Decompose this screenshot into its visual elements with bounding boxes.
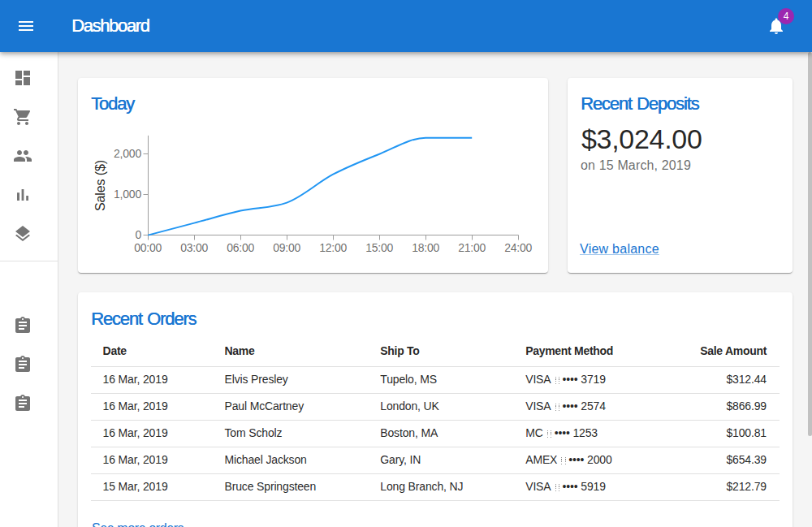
svg-text:2,000: 2,000 <box>114 147 141 160</box>
svg-text:0: 0 <box>135 228 141 241</box>
svg-text:18:00: 18:00 <box>412 241 439 254</box>
svg-text:00:00: 00:00 <box>134 241 162 254</box>
svg-text:03:00: 03:00 <box>180 241 208 254</box>
svg-text:21:00: 21:00 <box>458 241 486 254</box>
svg-text:09:00: 09:00 <box>273 241 300 254</box>
svg-text:1,000: 1,000 <box>114 188 141 201</box>
svg-text:12:00: 12:00 <box>319 241 347 254</box>
svg-text:Sales ($): Sales ($) <box>93 160 107 211</box>
svg-text:15:00: 15:00 <box>365 241 393 254</box>
svg-text:24:00: 24:00 <box>504 241 532 254</box>
svg-text:06:00: 06:00 <box>227 241 254 254</box>
